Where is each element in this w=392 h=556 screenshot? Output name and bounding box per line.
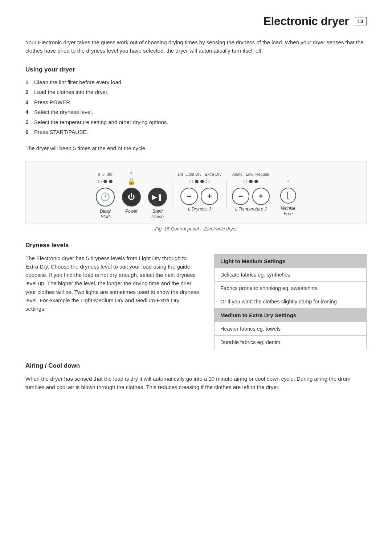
step-text-5: Select the temperature setting and other… bbox=[34, 118, 168, 127]
start-pause-group: ▶❚ Start/Pause bbox=[148, 168, 167, 220]
step-text-6: Press START/PAUSE. bbox=[34, 128, 88, 136]
dryness-description: The Electronic dryer has 5 dryness level… bbox=[25, 254, 200, 349]
dryness-level-label: 1hr Light Dry Extra Dry bbox=[177, 172, 221, 176]
temperature-group: Airing Low Regular − + L Temperature J bbox=[232, 168, 270, 212]
light-medium-header: Light to Medium Settings bbox=[215, 254, 366, 268]
dryness-levels-heading: Dryness levels bbox=[25, 242, 367, 249]
using-your-dryer-heading: Using your dryer bbox=[25, 66, 367, 73]
dryness-indicator-labels: 1hr Light Dry Extra Dry bbox=[177, 168, 221, 176]
delay-indicator-label: 9 6 3hr bbox=[98, 172, 113, 176]
table-row-1: Delicate fabrics eg. synthetics bbox=[215, 268, 366, 282]
dryness-levels-section: The Electronic dryer has 5 dryness level… bbox=[25, 254, 367, 349]
power-btn-row: ⏻ bbox=[122, 188, 141, 207]
step-text-4: Select the dryness level. bbox=[34, 108, 93, 116]
start-pause-indicator-row bbox=[157, 178, 158, 185]
delay-start-button[interactable]: 🕐 bbox=[96, 188, 115, 207]
page: Electronic dryer 13 Your Electronic drye… bbox=[0, 0, 392, 424]
temp-dot-2 bbox=[249, 180, 253, 183]
delay-dot-3 bbox=[109, 180, 113, 183]
delay-indicators-row: 9 6 3hr bbox=[98, 168, 113, 176]
step-num-1: 1 bbox=[25, 78, 34, 87]
separator-1 bbox=[172, 180, 172, 209]
step-num-5: 5 bbox=[25, 118, 34, 127]
delay-dot-2 bbox=[103, 180, 107, 183]
start-pause-top-spacer bbox=[157, 168, 158, 176]
separator-2 bbox=[226, 180, 227, 209]
dryness-minus-button[interactable]: − bbox=[180, 188, 198, 205]
lock-icon: 🔒 bbox=[127, 177, 135, 185]
airing-text: When the dryer has sensed that the load … bbox=[25, 375, 367, 392]
step-1: 1 Clean the lint filter before every loa… bbox=[25, 78, 367, 87]
step-text-1: Clean the lint filter before every load. bbox=[34, 78, 123, 87]
step-4: 4 Select the dryness level. bbox=[25, 108, 367, 116]
temp-btn-row: − + bbox=[232, 188, 270, 205]
wrinkle-btn-row: ⎣ bbox=[280, 188, 296, 204]
step-text-3: Press POWER. bbox=[34, 98, 72, 107]
step-5: 5 Select the temperature setting and oth… bbox=[25, 118, 367, 127]
power-top-spacer: ✶ bbox=[129, 168, 134, 176]
step-num-4: 4 bbox=[25, 108, 34, 116]
power-indicator-row: 🔒 bbox=[127, 178, 135, 185]
table-row-2: Fabrics prone to shrinking eg. sweatshir… bbox=[215, 282, 366, 295]
delay-dots-row bbox=[98, 178, 113, 185]
step-num-6: 6 bbox=[25, 128, 34, 136]
step-text-2: Load the clothes into the dryer. bbox=[34, 88, 109, 97]
power-label: Power bbox=[125, 209, 138, 214]
dryness-dot-1 bbox=[189, 180, 193, 183]
wrinkle-free-label: WrinkleFree bbox=[281, 206, 295, 217]
page-title: Electronic dryer bbox=[264, 15, 349, 28]
page-header: Electronic dryer 13 bbox=[25, 15, 367, 28]
start-pause-button[interactable]: ▶❚ bbox=[148, 188, 167, 207]
temp-level-label: Airing Low Regular bbox=[232, 172, 269, 176]
delay-btn-row: 🕐 bbox=[96, 188, 115, 207]
temp-dots-row bbox=[244, 178, 258, 185]
beep-note: The dryer will beep 5 times at the end o… bbox=[25, 145, 367, 151]
dryness-group: 1hr Light Dry Extra Dry − + L Dryness J bbox=[177, 168, 221, 212]
step-num-3: 3 bbox=[25, 98, 34, 107]
dryness-btn-row: − + bbox=[180, 188, 218, 205]
temp-dot-3 bbox=[254, 180, 258, 183]
wrinkle-free-group: ○ ✶ ⎣ WrinkleFree bbox=[280, 168, 296, 217]
airing-heading: Airing / Cool down bbox=[25, 362, 367, 369]
dryness-dot-2 bbox=[195, 180, 199, 183]
dryness-label: L Dryness J bbox=[188, 207, 211, 212]
temp-plus-button[interactable]: + bbox=[252, 188, 270, 205]
delay-dot-1 bbox=[98, 180, 102, 183]
power-button[interactable]: ⏻ bbox=[122, 188, 141, 207]
fig-caption: Fig. 15 Control panel – Electronic dryer bbox=[25, 226, 367, 232]
step-3: 3 Press POWER. bbox=[25, 98, 367, 107]
temp-indicator-labels: Airing Low Regular bbox=[232, 168, 269, 176]
dryness-table: Light to Medium Settings Delicate fabric… bbox=[214, 254, 367, 349]
separator-3 bbox=[275, 180, 275, 209]
intro-text: Your Electronic dryer takes the guess wo… bbox=[25, 38, 367, 55]
wrinkle-free-button[interactable]: ⎣ bbox=[280, 188, 296, 204]
dryness-plus-button[interactable]: + bbox=[201, 188, 218, 205]
temp-minus-button[interactable]: − bbox=[232, 188, 249, 205]
delay-start-label: DelayStart bbox=[100, 209, 111, 220]
start-pause-label: Start/Pause bbox=[151, 209, 164, 220]
temperature-label: L Temperature J bbox=[235, 207, 267, 212]
delay-start-group: 9 6 3hr 🕐 DelayStart bbox=[96, 168, 115, 220]
wrinkle-indicator-row: ✶ bbox=[286, 178, 290, 185]
step-6: 6 Press START/PAUSE. bbox=[25, 128, 367, 136]
table-row-4: Heavier fabrics eg. towels bbox=[215, 322, 366, 336]
dryness-dot-3 bbox=[200, 180, 204, 183]
table-row-3: Or if you want the clothes slightly damp… bbox=[215, 295, 366, 308]
power-group: ✶ 🔒 ⏻ Power bbox=[122, 168, 141, 214]
control-panel-diagram: 9 6 3hr 🕐 DelayStart ✶ 🔒 ⏻ Power bbox=[25, 162, 367, 224]
temp-dot-1 bbox=[244, 180, 247, 183]
step-num-2: 2 bbox=[25, 88, 34, 97]
dryness-dot-4 bbox=[206, 180, 209, 183]
airing-section: Airing / Cool down When the dryer has se… bbox=[25, 362, 367, 392]
page-number: 13 bbox=[354, 17, 367, 25]
dryness-dots-row bbox=[189, 178, 209, 185]
medium-extra-header: Medium to Extra Dry Settings bbox=[215, 308, 366, 322]
step-2: 2 Load the clothes into the dryer. bbox=[25, 88, 367, 97]
table-row-5: Durable fabrics eg. denim bbox=[215, 336, 366, 349]
steps-list: 1 Clean the lint filter before every loa… bbox=[25, 78, 367, 136]
start-pause-btn-row: ▶❚ bbox=[148, 188, 167, 207]
wrinkle-top-spacer: ○ bbox=[287, 168, 290, 176]
